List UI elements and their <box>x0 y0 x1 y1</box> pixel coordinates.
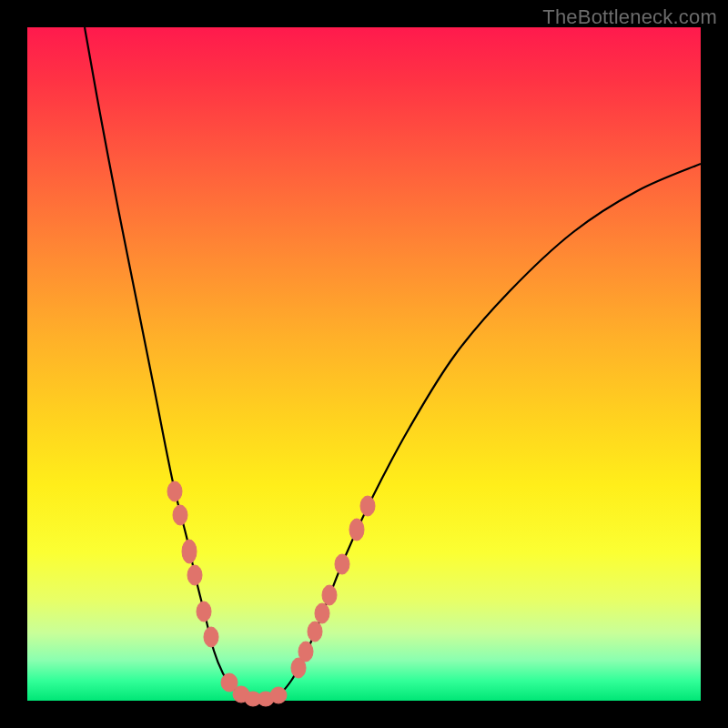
data-bead <box>360 496 375 516</box>
data-bead <box>187 565 202 585</box>
data-bead <box>270 687 287 703</box>
data-bead <box>298 642 313 662</box>
data-bead <box>335 554 349 574</box>
data-bead <box>182 540 197 563</box>
data-bead <box>308 622 322 642</box>
chart-svg <box>27 27 701 701</box>
data-bead <box>167 481 182 501</box>
data-bead <box>322 585 337 605</box>
curve-right-branch <box>268 164 701 699</box>
data-bead <box>197 602 211 622</box>
watermark-text: TheBottleneck.com <box>542 5 717 29</box>
data-bead <box>349 519 364 541</box>
curve-left-branch <box>85 27 253 699</box>
data-bead <box>204 627 218 647</box>
data-bead <box>315 603 329 623</box>
data-bead <box>173 505 187 525</box>
